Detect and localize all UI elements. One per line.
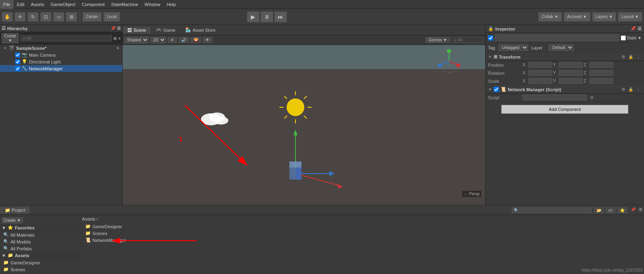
audio-btn[interactable]: 🔊 <box>178 37 189 43</box>
layer-select[interactable]: Default <box>549 44 574 51</box>
menu-assets[interactable]: Assets <box>28 0 47 9</box>
bottom-pin[interactable]: 📌 <box>629 207 637 213</box>
menu-help[interactable]: Help <box>164 0 179 9</box>
layers-button[interactable]: Layers ▼ <box>592 12 617 22</box>
inspector-pin[interactable]: 📌 <box>630 26 636 31</box>
hierarchy-pin[interactable]: 📌 <box>111 26 115 31</box>
view-mode-select[interactable]: 2D <box>150 37 166 43</box>
hierarchy-scene-item[interactable]: ▼ 🎬 SampleScene* ≡ <box>0 45 122 51</box>
favorites-expand[interactable]: ▼ <box>2 225 6 230</box>
project-all-materials[interactable]: 🔍 All Materials <box>0 231 80 238</box>
menu-file[interactable]: File <box>0 0 14 9</box>
all-prefabs-icon: 🔍 <box>3 246 9 251</box>
scale-z-input[interactable]: 1 <box>589 78 613 84</box>
menu-statemachine[interactable]: StateMachine <box>108 0 141 9</box>
scale-y-input[interactable]: 1 <box>559 78 583 84</box>
inspector-menu[interactable]: ☰ <box>638 26 642 31</box>
hierarchy-network-manager[interactable]: 🔧 NetworkManager <box>0 65 122 72</box>
static-arrow[interactable]: ▼ <box>638 36 642 40</box>
project-game-designer-left[interactable]: 📁 GameDesigner <box>0 259 80 266</box>
project-all-prefabs[interactable]: 🔍 All Prefabs <box>0 245 80 252</box>
hierarchy-header: ☰ Hierarchy 📌 ☰ <box>0 25 122 32</box>
hand-tool[interactable]: ✋ <box>2 12 13 22</box>
project-folder-btn[interactable]: 📂 <box>594 207 604 213</box>
inspector-name-field[interactable]: NetworkManager <box>495 34 619 41</box>
menu-window[interactable]: Window <box>142 0 164 9</box>
tag-select[interactable]: Untagged <box>498 44 528 51</box>
effects-btn[interactable]: 🌄 <box>191 37 201 43</box>
bottom-menu[interactable]: ☰ <box>639 207 642 213</box>
menu-component[interactable]: Component <box>78 0 108 9</box>
menu-gameobject[interactable]: GameObject <box>47 0 79 9</box>
menu-edit[interactable]: Edit <box>14 0 28 9</box>
project-tab[interactable]: 📁 Project <box>0 207 31 214</box>
rot-z-input[interactable]: 0 <box>589 70 613 76</box>
static-checkbox[interactable] <box>621 35 626 41</box>
pause-button[interactable]: ⏸ <box>260 11 273 22</box>
transform-collapse[interactable]: ▼ <box>488 55 492 59</box>
nm-settings[interactable]: ⚙ <box>620 87 626 92</box>
project-tag-btn[interactable]: 🏷 <box>606 207 615 213</box>
nm-collapse[interactable]: ▼ <box>488 87 492 92</box>
collab-button[interactable]: Collab ▼ <box>538 12 562 22</box>
transform-lock[interactable]: 🔒 <box>627 54 634 59</box>
step-button[interactable]: ⏭ <box>274 11 287 22</box>
tag-label: Tag <box>488 45 495 50</box>
center-button[interactable]: Center <box>82 12 102 22</box>
assets-expand[interactable]: ▼ <box>2 253 6 258</box>
hierarchy-main-camera[interactable]: 📷 Main Camera <box>0 51 122 58</box>
hierarchy-create-btn[interactable]: Create ▼ <box>2 33 19 43</box>
project-star-btn[interactable]: ⭐ <box>617 207 628 213</box>
rot-y-input[interactable]: 0 <box>559 70 583 76</box>
scale-x-input[interactable]: 1 <box>528 78 552 84</box>
scene-tab-scene[interactable]: 🖼 Scene <box>123 27 151 33</box>
shading-mode-select[interactable]: Shaded <box>124 37 149 43</box>
hierarchy-directional-light[interactable]: 💡 Directional Light <box>0 58 122 65</box>
move-tool[interactable]: ✛ <box>14 12 26 22</box>
layout-button[interactable]: Layout ▼ <box>618 12 642 22</box>
hierarchy-search-input[interactable] <box>21 35 112 41</box>
hidden-layers-btn[interactable]: 👁 <box>203 37 212 43</box>
add-component-button[interactable]: Add Component <box>501 105 628 114</box>
scene-view[interactable]: ← Persp <box>123 45 485 205</box>
rotate-tool[interactable]: ↻ <box>27 12 39 22</box>
rot-x-input[interactable]: 0 <box>528 70 552 76</box>
transform-tool[interactable]: ⊞ <box>66 12 77 22</box>
local-button[interactable]: Local <box>103 12 120 22</box>
gizmos-btn[interactable]: Gizmos ▼ <box>425 37 450 43</box>
nm-checkbox[interactable] <box>15 66 20 71</box>
inspector-active-checkbox[interactable] <box>488 35 493 41</box>
pos-x-input[interactable]: 0 <box>528 62 552 68</box>
nm-enabled-checkbox[interactable] <box>494 87 499 92</box>
project-game-designer-right[interactable]: 📁 GameDesigner <box>82 223 642 230</box>
play-button[interactable]: ▶ <box>247 11 260 22</box>
scene-tab-asset-store[interactable]: 🏪 Asset Store <box>180 27 221 33</box>
nm-lock[interactable]: 🔒 <box>627 87 634 92</box>
hierarchy-collapse-icon[interactable]: ≡ <box>118 36 121 41</box>
camera-checkbox[interactable] <box>15 53 20 57</box>
scale-tool[interactable]: ⊡ <box>40 12 51 22</box>
lighting-btn[interactable]: ☀ <box>168 37 177 43</box>
script-picker[interactable]: ⊙ <box>589 94 594 100</box>
transform-settings[interactable]: ⚙ <box>620 54 626 59</box>
project-all-models[interactable]: 🔍 All Models <box>0 238 80 245</box>
hierarchy-menu[interactable]: ☰ <box>117 26 121 31</box>
project-scenes-right[interactable]: 📁 Scenes <box>82 230 642 237</box>
project-scenes-left[interactable]: 📁 Scenes <box>0 266 80 273</box>
nm-more[interactable]: ⋮ <box>635 87 642 92</box>
light-label: Directional Light <box>29 59 61 64</box>
assets-breadcrumb[interactable]: Assets › <box>82 217 98 221</box>
transform-more[interactable]: ⋮ <box>635 54 642 59</box>
project-search-input[interactable] <box>512 207 592 213</box>
scene-search-input[interactable] <box>451 37 484 43</box>
light-checkbox[interactable] <box>15 59 20 64</box>
pos-y-input[interactable]: 0 <box>559 62 583 68</box>
project-create-btn[interactable]: Create ▼ <box>2 217 23 223</box>
account-button[interactable]: Account ▼ <box>564 12 591 22</box>
scene-tab-game[interactable]: 🎮 Game <box>151 27 180 33</box>
hierarchy-expand-icon[interactable]: ⊞ <box>113 36 117 41</box>
project-network-manager-right[interactable]: 📜 NetworkManager <box>82 237 642 243</box>
script-field[interactable]: ↳ NetworkManager <box>523 94 587 100</box>
pos-z-input[interactable]: 0 <box>589 62 613 68</box>
rect-tool[interactable]: ▭ <box>53 12 64 22</box>
